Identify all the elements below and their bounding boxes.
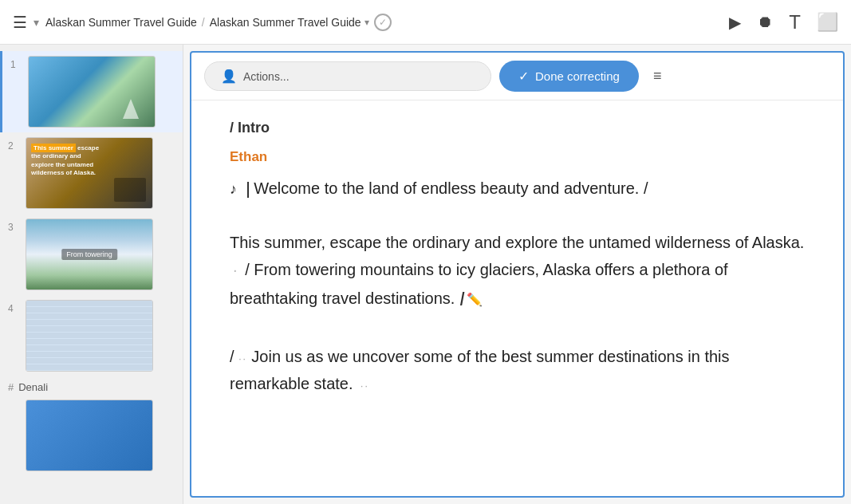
breadcrumb-arrow-icon: ▾ (364, 17, 369, 28)
slides-sidebar: 1 2 This summer escapethe ordinary andex… (0, 45, 183, 504)
script-text-part1: Welcome to the land of endless beauty an… (254, 179, 648, 197)
slide-item-5[interactable] (0, 395, 183, 476)
breadcrumb-item-2: Alaskan Summer Travel Guide (210, 16, 361, 29)
done-correcting-button[interactable]: ✓ Done correcting (499, 61, 639, 92)
script-body[interactable]: ♪ Welcome to the land of endless beauty … (230, 175, 805, 397)
menu-icon[interactable]: ☰ (13, 13, 27, 32)
topbar-icons: ▶ ⏺ T ⬜ (729, 11, 838, 33)
slide-item-2[interactable]: 2 This summer escapethe ordinary andexpl… (0, 132, 183, 214)
denali-section-label: # Denali (0, 376, 183, 395)
slide-item-4[interactable]: 4 (0, 295, 183, 376)
content-panel: 👤 Actions... ✓ Done correcting ≡ / Intro… (190, 51, 845, 498)
breadcrumb: Alaskan Summer Travel Guide / Alaskan Su… (45, 14, 723, 31)
hash-icon: # (8, 381, 14, 393)
slide-thumbnail-4 (26, 300, 153, 372)
script-text-part4: / (230, 348, 238, 365)
section-name: Denali (18, 381, 48, 393)
slide-number-5 (8, 400, 19, 403)
frame-icon[interactable]: ⬜ (817, 12, 838, 33)
slide-thumbnail-2: This summer escapethe ordinary andexplor… (26, 137, 153, 209)
play-icon[interactable]: ▶ (729, 13, 741, 32)
pencil-icon: ✏️ (467, 289, 483, 310)
script-text-part2: This summer, escape the ordinary and exp… (230, 234, 804, 251)
script-content: / Intro Ethan ♪ Welcome to the land of e… (191, 100, 843, 496)
slide-thumbnail-3: From towering (26, 219, 153, 290)
done-check-icon: ✓ (518, 69, 529, 84)
topbar-left: ☰ ▾ (13, 13, 39, 32)
breadcrumb-separator-1: / (202, 16, 205, 29)
script-text-part5: Join us as we uncover some of the best s… (230, 348, 730, 392)
slide-number-3: 3 (8, 219, 19, 233)
slide-number-1: 1 (10, 56, 22, 70)
slide-number-2: 2 (8, 137, 19, 152)
main: 1 2 This summer escapethe ordinary andex… (0, 45, 851, 504)
edit-cursor: I ✏️ (459, 283, 483, 316)
music-note-icon: ♪ (230, 181, 237, 197)
topbar: ☰ ▾ Alaskan Summer Travel Guide / Alaska… (0, 0, 851, 45)
script-divider: · (233, 261, 238, 278)
slide-thumbnail-5 (26, 400, 153, 471)
speaker-name: Ethan (230, 149, 805, 165)
slide-item-1[interactable]: 1 (0, 51, 183, 132)
actions-label: Actions... (243, 70, 290, 83)
section-header: / Intro (230, 120, 805, 136)
check-status-icon: ✓ (374, 14, 392, 31)
i-beam-cursor: I (459, 283, 465, 316)
breadcrumb-item-2-container[interactable]: Alaskan Summer Travel Guide ▾ (210, 16, 369, 29)
text-icon[interactable]: T (789, 11, 801, 33)
record-icon[interactable]: ⏺ (757, 13, 773, 31)
cursor-line (247, 182, 249, 198)
content-toolbar: 👤 Actions... ✓ Done correcting ≡ (191, 53, 843, 100)
actions-person-icon: 👤 (221, 69, 237, 84)
slide-item-3[interactable]: 3 From towering (0, 214, 183, 295)
slide-thumbnail-1 (28, 56, 156, 128)
ellipsis-1: ·· (238, 353, 247, 364)
actions-button[interactable]: 👤 Actions... (204, 61, 491, 91)
list-view-button[interactable]: ≡ (647, 65, 668, 88)
breadcrumb-item-1[interactable]: Alaskan Summer Travel Guide (45, 16, 197, 29)
done-label: Done correcting (535, 69, 620, 83)
chevron-down-icon[interactable]: ▾ (33, 16, 39, 29)
ellipsis-2: ·· (360, 380, 369, 392)
section-title: / Intro (230, 120, 270, 136)
slide-number-4: 4 (8, 300, 19, 314)
